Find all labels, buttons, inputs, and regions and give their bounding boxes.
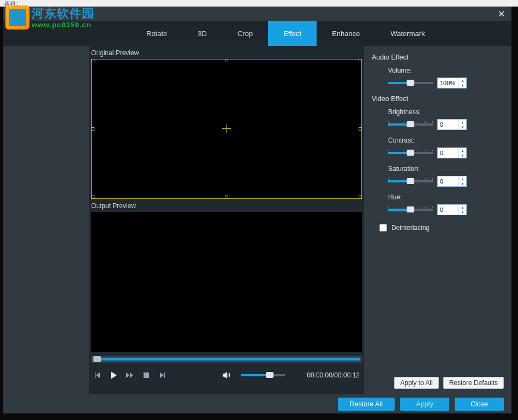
tab-rotate[interactable]: Rotate bbox=[131, 21, 182, 46]
close-button[interactable]: Close bbox=[455, 398, 504, 411]
hue-label: Hue: bbox=[388, 193, 504, 201]
time-display: 00:00:00/00:00:12 bbox=[307, 371, 360, 379]
saturation-thumb[interactable] bbox=[407, 178, 414, 184]
footer-row: Restore All Apply Close bbox=[3, 394, 511, 413]
spin-down-icon[interactable]: ▼ bbox=[459, 153, 466, 158]
crop-handle-l[interactable] bbox=[91, 127, 94, 131]
tab-crop[interactable]: Crop bbox=[222, 21, 268, 46]
crop-handle-r[interactable] bbox=[359, 127, 362, 131]
output-preview-label: Output Preview bbox=[89, 199, 364, 212]
center-cross-icon[interactable] bbox=[222, 125, 231, 133]
spin-up-icon[interactable]: ▲ bbox=[459, 78, 466, 83]
timeline-thumb[interactable] bbox=[93, 356, 101, 362]
hue-spinbox[interactable]: 0 ▲▼ bbox=[437, 204, 467, 215]
playback-controls: 00:00:00/00:00:12 bbox=[91, 367, 362, 383]
hue-thumb[interactable] bbox=[407, 206, 414, 212]
volume-value: 100% bbox=[438, 80, 459, 86]
next-button[interactable] bbox=[157, 369, 169, 381]
crop-handle-t[interactable] bbox=[225, 59, 228, 62]
deinterlacing-checkbox[interactable] bbox=[379, 224, 387, 232]
effect-panel: Audio Effect Volume: 100% ▲▼ Video Effec… bbox=[364, 46, 511, 394]
svg-rect-0 bbox=[144, 372, 149, 378]
play-button[interactable] bbox=[108, 369, 120, 381]
brightness-thumb[interactable] bbox=[407, 121, 414, 127]
brightness-spinbox[interactable]: 0 ▲▼ bbox=[437, 119, 467, 130]
close-icon[interactable]: ✕ bbox=[496, 8, 507, 20]
crop-handle-br[interactable] bbox=[359, 196, 362, 199]
crop-handle-b[interactable] bbox=[225, 196, 228, 199]
hue-value: 0 bbox=[438, 206, 459, 213]
tab-watermark[interactable]: Watermark bbox=[375, 21, 440, 46]
tab-enhance[interactable]: Enhance bbox=[317, 21, 375, 46]
saturation-value: 0 bbox=[438, 178, 459, 185]
spin-up-icon[interactable]: ▲ bbox=[459, 120, 466, 125]
saturation-slider[interactable] bbox=[388, 180, 433, 182]
contrast-label: Contrast: bbox=[388, 137, 504, 144]
apply-button[interactable]: Apply bbox=[400, 398, 449, 411]
contrast-slider[interactable] bbox=[388, 152, 433, 154]
contrast-value: 0 bbox=[438, 150, 459, 156]
spin-up-icon[interactable]: ▲ bbox=[459, 148, 466, 153]
titlebar: Edit ✕ bbox=[3, 7, 511, 21]
brightness-slider[interactable] bbox=[388, 123, 433, 126]
fast-forward-button[interactable] bbox=[124, 369, 136, 381]
spin-up-icon[interactable]: ▲ bbox=[459, 176, 466, 181]
spin-down-icon[interactable]: ▼ bbox=[459, 181, 466, 186]
video-effect-heading: Video Effect bbox=[372, 95, 504, 103]
saturation-label: Saturation: bbox=[388, 165, 504, 173]
crop-handle-tl[interactable] bbox=[91, 59, 94, 62]
stop-button[interactable] bbox=[140, 369, 152, 381]
spin-down-icon[interactable]: ▼ bbox=[459, 210, 466, 215]
volume-effect-slider[interactable] bbox=[388, 82, 433, 84]
timeline-slider[interactable] bbox=[91, 356, 362, 363]
volume-slider[interactable] bbox=[241, 374, 285, 376]
brightness-value: 0 bbox=[438, 121, 459, 128]
audio-effect-heading: Audio Effect bbox=[372, 54, 504, 61]
edit-window: Edit ✕ Rotate 3D Crop Effect Enhance Wat… bbox=[3, 7, 511, 413]
saturation-spinbox[interactable]: 0 ▲▼ bbox=[437, 176, 467, 187]
spin-down-icon[interactable]: ▼ bbox=[459, 125, 466, 129]
deinterlacing-label: Deinterlacing bbox=[391, 224, 430, 232]
volume-effect-thumb[interactable] bbox=[407, 80, 414, 86]
original-preview[interactable] bbox=[91, 59, 362, 199]
crop-handle-tr[interactable] bbox=[359, 59, 362, 62]
preview-column: Original Preview Output Preview bbox=[89, 46, 364, 394]
original-preview-label: Original Preview bbox=[89, 46, 364, 59]
left-gutter bbox=[3, 46, 89, 394]
volume-icon[interactable] bbox=[221, 369, 233, 381]
restore-all-button[interactable]: Restore All bbox=[338, 398, 395, 411]
apply-to-all-button[interactable]: Apply to All bbox=[394, 377, 438, 389]
tabs-row: Rotate 3D Crop Effect Enhance Watermark bbox=[3, 21, 511, 46]
spin-up-icon[interactable]: ▲ bbox=[459, 205, 466, 210]
tab-3d[interactable]: 3D bbox=[182, 21, 222, 46]
background-desktop-strip: 容积 : bbox=[0, 0, 518, 7]
output-preview bbox=[91, 212, 362, 352]
volume-label: Volume: bbox=[388, 67, 504, 74]
contrast-spinbox[interactable]: 0 ▲▼ bbox=[437, 147, 467, 158]
prev-button[interactable] bbox=[91, 369, 103, 381]
restore-defaults-button[interactable]: Restore Defaults bbox=[443, 377, 504, 389]
hue-slider[interactable] bbox=[388, 209, 433, 211]
contrast-thumb[interactable] bbox=[407, 150, 414, 156]
brightness-label: Brightness: bbox=[388, 108, 504, 116]
tab-effect[interactable]: Effect bbox=[268, 21, 317, 46]
volume-spinbox[interactable]: 100% ▲▼ bbox=[437, 78, 467, 88]
spin-down-icon[interactable]: ▼ bbox=[459, 83, 466, 88]
window-title: Edit bbox=[8, 10, 18, 17]
volume-thumb[interactable] bbox=[266, 372, 273, 378]
crop-handle-bl[interactable] bbox=[91, 196, 94, 199]
